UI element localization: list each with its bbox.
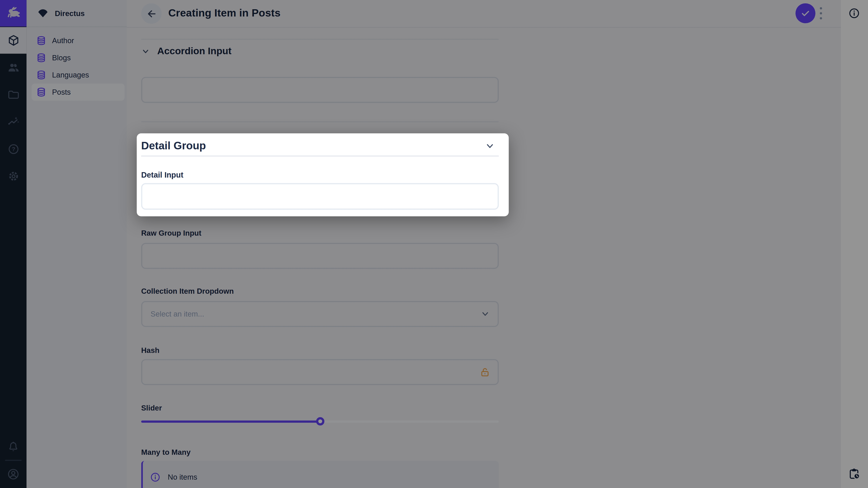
detail-input-label: Detail Input [141,170,183,179]
detail-group-title: Detail Group [141,139,206,152]
detail-group-collapse-button[interactable] [486,142,494,151]
app-window: ? [0,0,868,488]
dim-overlay [0,0,868,488]
detail-group-divider [141,156,499,157]
chevron-down-icon [486,142,494,151]
detail-group-card: Detail Group Detail Input [137,133,509,216]
detail-input[interactable] [141,183,499,210]
